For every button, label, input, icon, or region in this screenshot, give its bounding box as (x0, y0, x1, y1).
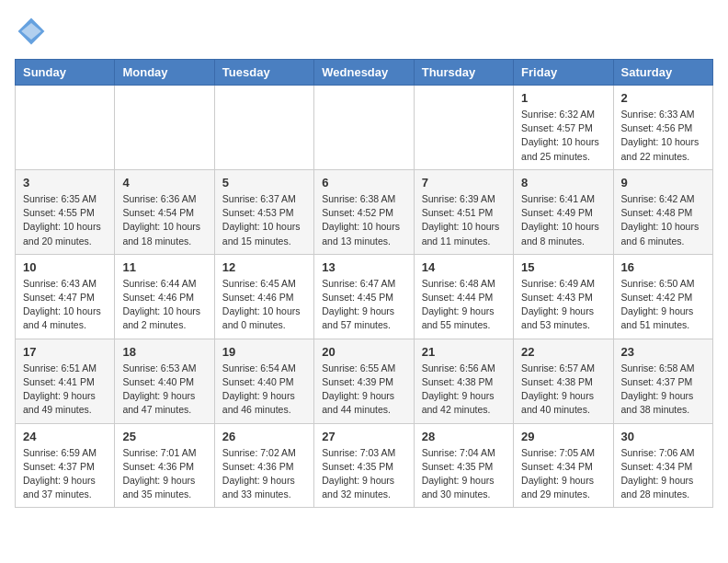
calendar-cell: 24Sunrise: 6:59 AMSunset: 4:37 PMDayligh… (16, 423, 115, 508)
calendar-week-2: 3Sunrise: 6:35 AMSunset: 4:55 PMDaylight… (16, 169, 713, 254)
day-info: Sunrise: 6:59 AMSunset: 4:37 PMDaylight:… (23, 446, 107, 502)
day-info: Sunrise: 6:41 AMSunset: 4:49 PMDaylight:… (521, 192, 605, 248)
day-info: Sunrise: 6:42 AMSunset: 4:48 PMDaylight:… (621, 192, 705, 248)
day-number: 16 (621, 260, 705, 274)
day-number: 21 (422, 345, 506, 359)
day-number: 24 (23, 430, 107, 443)
calendar-cell: 20Sunrise: 6:55 AMSunset: 4:39 PMDayligh… (314, 339, 414, 423)
calendar-cell: 29Sunrise: 7:05 AMSunset: 4:34 PMDayligh… (514, 423, 613, 508)
day-info: Sunrise: 6:51 AMSunset: 4:41 PMDaylight:… (23, 362, 107, 418)
day-info: Sunrise: 7:05 AMSunset: 4:34 PMDaylight:… (521, 446, 605, 502)
day-number: 9 (621, 176, 705, 190)
calendar-cell: 30Sunrise: 7:06 AMSunset: 4:34 PMDayligh… (613, 423, 712, 508)
day-info: Sunrise: 6:37 AMSunset: 4:53 PMDaylight:… (222, 192, 306, 248)
calendar-cell: 14Sunrise: 6:48 AMSunset: 4:44 PMDayligh… (414, 254, 513, 339)
calendar-cell: 17Sunrise: 6:51 AMSunset: 4:41 PMDayligh… (16, 339, 115, 423)
day-number: 19 (222, 345, 306, 359)
logo (15, 15, 51, 48)
calendar-cell: 9Sunrise: 6:42 AMSunset: 4:48 PMDaylight… (613, 169, 712, 254)
day-info: Sunrise: 6:36 AMSunset: 4:54 PMDaylight:… (122, 192, 206, 248)
day-number: 5 (222, 176, 306, 190)
day-info: Sunrise: 6:33 AMSunset: 4:56 PMDaylight:… (621, 108, 705, 164)
calendar-header-row: SundayMondayTuesdayWednesdayThursdayFrid… (16, 60, 713, 86)
day-info: Sunrise: 6:57 AMSunset: 4:38 PMDaylight:… (521, 362, 605, 418)
weekday-header-thursday: Thursday (414, 60, 513, 86)
day-info: Sunrise: 6:58 AMSunset: 4:37 PMDaylight:… (621, 362, 705, 418)
day-info: Sunrise: 6:38 AMSunset: 4:52 PMDaylight:… (322, 192, 405, 248)
calendar-cell: 27Sunrise: 7:03 AMSunset: 4:35 PMDayligh… (314, 423, 414, 508)
day-number: 18 (122, 345, 206, 359)
day-number: 3 (23, 176, 107, 190)
day-number: 8 (521, 176, 605, 190)
day-number: 28 (422, 430, 506, 443)
calendar-cell: 22Sunrise: 6:57 AMSunset: 4:38 PMDayligh… (514, 339, 613, 423)
calendar-cell: 15Sunrise: 6:49 AMSunset: 4:43 PMDayligh… (514, 254, 613, 339)
day-number: 29 (521, 430, 605, 443)
day-number: 20 (322, 345, 405, 359)
day-number: 2 (621, 91, 705, 105)
calendar-cell: 3Sunrise: 6:35 AMSunset: 4:55 PMDaylight… (16, 169, 115, 254)
calendar-cell: 26Sunrise: 7:02 AMSunset: 4:36 PMDayligh… (214, 423, 313, 508)
day-info: Sunrise: 7:03 AMSunset: 4:35 PMDaylight:… (322, 446, 405, 502)
day-number: 12 (222, 260, 306, 274)
day-info: Sunrise: 7:04 AMSunset: 4:35 PMDaylight:… (422, 446, 506, 502)
calendar-cell: 13Sunrise: 6:47 AMSunset: 4:45 PMDayligh… (314, 254, 414, 339)
day-info: Sunrise: 6:50 AMSunset: 4:42 PMDaylight:… (621, 277, 705, 333)
day-info: Sunrise: 6:45 AMSunset: 4:46 PMDaylight:… (222, 277, 306, 333)
calendar-cell: 12Sunrise: 6:45 AMSunset: 4:46 PMDayligh… (214, 254, 313, 339)
day-info: Sunrise: 6:35 AMSunset: 4:55 PMDaylight:… (23, 192, 107, 248)
calendar-cell: 18Sunrise: 6:53 AMSunset: 4:40 PMDayligh… (115, 339, 214, 423)
calendar-cell (314, 86, 414, 170)
day-info: Sunrise: 7:06 AMSunset: 4:34 PMDaylight:… (621, 446, 705, 502)
day-info: Sunrise: 7:02 AMSunset: 4:36 PMDaylight:… (222, 446, 306, 502)
day-info: Sunrise: 6:56 AMSunset: 4:38 PMDaylight:… (422, 362, 506, 418)
calendar-week-5: 24Sunrise: 6:59 AMSunset: 4:37 PMDayligh… (16, 423, 713, 508)
day-info: Sunrise: 6:39 AMSunset: 4:51 PMDaylight:… (422, 192, 506, 248)
calendar-cell (214, 86, 313, 170)
day-info: Sunrise: 6:53 AMSunset: 4:40 PMDaylight:… (122, 362, 206, 418)
calendar-cell: 2Sunrise: 6:33 AMSunset: 4:56 PMDaylight… (613, 86, 712, 170)
calendar-cell: 10Sunrise: 6:43 AMSunset: 4:47 PMDayligh… (16, 254, 115, 339)
day-number: 23 (621, 345, 705, 359)
day-info: Sunrise: 7:01 AMSunset: 4:36 PMDaylight:… (122, 446, 206, 502)
day-number: 22 (521, 345, 605, 359)
calendar-cell: 21Sunrise: 6:56 AMSunset: 4:38 PMDayligh… (414, 339, 513, 423)
calendar-week-3: 10Sunrise: 6:43 AMSunset: 4:47 PMDayligh… (16, 254, 713, 339)
page-header (15, 15, 713, 48)
calendar-cell: 11Sunrise: 6:44 AMSunset: 4:46 PMDayligh… (115, 254, 214, 339)
calendar-cell: 7Sunrise: 6:39 AMSunset: 4:51 PMDaylight… (414, 169, 513, 254)
weekday-header-saturday: Saturday (613, 60, 712, 86)
weekday-header-monday: Monday (115, 60, 214, 86)
weekday-header-friday: Friday (514, 60, 613, 86)
calendar-cell (414, 86, 513, 170)
day-info: Sunrise: 6:47 AMSunset: 4:45 PMDaylight:… (322, 277, 405, 333)
calendar-cell: 25Sunrise: 7:01 AMSunset: 4:36 PMDayligh… (115, 423, 214, 508)
day-number: 11 (122, 260, 206, 274)
day-number: 30 (621, 430, 705, 443)
calendar-cell: 5Sunrise: 6:37 AMSunset: 4:53 PMDaylight… (214, 169, 313, 254)
day-info: Sunrise: 6:49 AMSunset: 4:43 PMDaylight:… (521, 277, 605, 333)
calendar-week-1: 1Sunrise: 6:32 AMSunset: 4:57 PMDaylight… (16, 86, 713, 170)
calendar-cell (16, 86, 115, 170)
day-info: Sunrise: 6:44 AMSunset: 4:46 PMDaylight:… (122, 277, 206, 333)
calendar-cell: 4Sunrise: 6:36 AMSunset: 4:54 PMDaylight… (115, 169, 214, 254)
day-number: 17 (23, 345, 107, 359)
day-number: 13 (322, 260, 405, 274)
calendar-cell: 8Sunrise: 6:41 AMSunset: 4:49 PMDaylight… (514, 169, 613, 254)
day-number: 27 (322, 430, 405, 443)
day-info: Sunrise: 6:55 AMSunset: 4:39 PMDaylight:… (322, 362, 405, 418)
day-info: Sunrise: 6:48 AMSunset: 4:44 PMDaylight:… (422, 277, 506, 333)
day-number: 26 (222, 430, 306, 443)
calendar-cell: 19Sunrise: 6:54 AMSunset: 4:40 PMDayligh… (214, 339, 313, 423)
calendar-cell: 23Sunrise: 6:58 AMSunset: 4:37 PMDayligh… (613, 339, 712, 423)
day-number: 25 (122, 430, 206, 443)
day-info: Sunrise: 6:32 AMSunset: 4:57 PMDaylight:… (521, 108, 605, 164)
day-info: Sunrise: 6:54 AMSunset: 4:40 PMDaylight:… (222, 362, 306, 418)
day-number: 6 (322, 176, 405, 190)
calendar-cell (115, 86, 214, 170)
day-number: 10 (23, 260, 107, 274)
day-number: 7 (422, 176, 506, 190)
day-number: 14 (422, 260, 506, 274)
weekday-header-wednesday: Wednesday (314, 60, 414, 86)
day-number: 4 (122, 176, 206, 190)
